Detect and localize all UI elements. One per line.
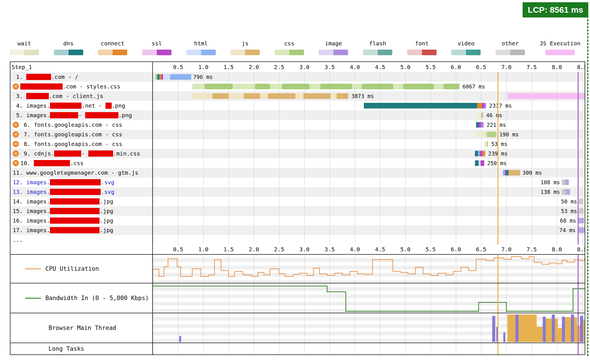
legend-label: other (502, 40, 519, 47)
request-label-text: 3. (13, 93, 26, 99)
redacted-text (50, 189, 101, 195)
request-phase-bar (565, 189, 570, 195)
request-row-5[interactable]: 5. images.- .png46 ms (10, 110, 585, 120)
time-tick: 3.0 (299, 64, 309, 70)
legend-item-flash: flash (363, 40, 392, 55)
request-phase-bar (163, 74, 170, 80)
request-link[interactable]: .svg (101, 188, 114, 195)
bandwidth-label: Bandwidth In (0 - 5,000 Kbps) (45, 295, 149, 301)
legend-label: image (325, 40, 342, 47)
bandwidth-line (153, 283, 585, 313)
legend-color-swatch-icon (496, 50, 525, 55)
request-time-label: 239 ms (488, 150, 508, 157)
request-label-text: 9. cdnjs. (20, 150, 54, 157)
request-row-17[interactable]: 17. images..jpg74 ms (10, 225, 585, 235)
request-time-label: 300 ms (523, 170, 542, 176)
request-label-text: .net - (82, 102, 105, 109)
legend-color-swatch-icon (54, 50, 83, 55)
render-blocking-icon: ✕ (13, 150, 19, 157)
request-phase-bar (503, 170, 505, 176)
request-phase-bar (479, 122, 481, 128)
bandwidth-chart (153, 283, 585, 313)
request-phase-bar (485, 132, 487, 137)
request-phase-bar (229, 93, 244, 99)
time-tick: 4.0 (350, 64, 360, 70)
time-tick: 5.5 (426, 246, 436, 253)
redacted-text (85, 112, 118, 118)
legend-item-js-execution: JS Execution (540, 40, 581, 55)
time-tick: 1.5 (224, 64, 234, 70)
legend-color-swatch-icon (98, 50, 127, 55)
thread-activity-segment (537, 327, 543, 342)
request-phase-bar (476, 122, 479, 128)
request-label: 5. images.- .png (10, 110, 153, 120)
request-phase-bar (212, 93, 228, 99)
request-row-10[interactable]: ✕10. .css250 ms (10, 158, 585, 168)
legend-color-swatch-icon (230, 50, 260, 55)
request-row-4[interactable]: 4. images..net - .png2337 ms (10, 101, 585, 110)
time-tick: 7.0 (501, 246, 511, 253)
waterfall-footer-row: 0.51.01.52.02.53.03.54.04.55.05.56.06.57… (10, 245, 585, 254)
request-row-11[interactable]: 11. www.googletagmanager.com - gtm.js300… (10, 168, 585, 177)
thread-activity-segment (492, 316, 495, 342)
request-label-text: 14. images. (13, 198, 50, 205)
request-row-16[interactable]: 16. images..jpg68 ms (10, 216, 585, 225)
legend-label: JS Execution (540, 40, 581, 47)
legend-label: font (415, 40, 429, 47)
redacted-text (50, 103, 82, 109)
cpu-utilization-chart (153, 255, 585, 283)
request-label-text: .min.css (113, 150, 140, 157)
request-phase-bar (508, 170, 520, 176)
request-row-8[interactable]: ✕ 8. fonts.googleapis.com - css53 ms (10, 139, 585, 149)
request-link[interactable]: .svg (101, 179, 114, 186)
request-timeline-cell: 6067 ms (153, 82, 585, 91)
time-tick: 2.5 (274, 246, 284, 253)
request-row-15[interactable]: 15. images..jpg53 ms (10, 206, 585, 216)
request-row-12[interactable]: 12. images..svg108 ms (10, 177, 585, 187)
render-blocking-icon: ✕ (13, 122, 19, 128)
request-time-label: 108 ms (541, 179, 560, 185)
request-row-1[interactable]: 1. .com - /796 ms (10, 72, 585, 82)
request-row-3[interactable]: 3. .com - client.js3873 ms (10, 91, 585, 101)
time-tick: 1.0 (198, 64, 208, 70)
request-phase-bar (482, 103, 484, 108)
request-link[interactable]: 13. images. (13, 188, 50, 195)
request-row-9[interactable]: ✕ 9. cdnjs.- .min.css239 ms (10, 149, 585, 158)
request-row-7[interactable]: ✕ 7. fonts.googleapis.com - css190 ms (10, 130, 585, 139)
legend-item-other: other (496, 40, 525, 55)
redacted-text (50, 208, 100, 214)
request-row-more[interactable]: ... (10, 235, 585, 245)
marker-line-orange (497, 283, 498, 313)
thread-activity-segment (507, 314, 537, 342)
time-tick: 2.0 (249, 246, 259, 253)
request-timeline-cell: 250 ms (153, 158, 585, 168)
render-blocking-icon: ✕ (13, 131, 19, 137)
request-time-label: 50 ms (561, 198, 577, 205)
legend-color-swatch-icon (363, 50, 392, 55)
request-label: 13. images..svg (10, 187, 153, 197)
request-time-label: 53 ms (491, 141, 507, 147)
request-label: 16. images..jpg (10, 216, 153, 225)
request-label-text: .jpg (100, 227, 113, 234)
request-time-label: 46 ms (486, 112, 502, 118)
request-row-6[interactable]: ✕ 6. fonts.googleapis.com - css221 ms (10, 120, 585, 130)
request-link[interactable]: 12. images. (13, 179, 50, 186)
request-row-13[interactable]: 13. images..svg138 ms (10, 187, 585, 197)
request-row-14[interactable]: 14. images..jpg50 ms (10, 197, 585, 206)
thread-activity-segment (580, 316, 583, 342)
request-phase-bar (295, 93, 303, 99)
request-phase-bar (157, 74, 159, 80)
time-tick: 2.5 (274, 64, 284, 70)
main-thread-activity (153, 313, 585, 343)
legend-item-font: font (407, 40, 437, 55)
render-blocking-icon: ✕ (13, 160, 19, 166)
bandwidth-label-cell: Bandwidth In (0 - 5,000 Kbps) (10, 283, 153, 313)
request-time-label: 6067 ms (463, 83, 485, 90)
request-label: 11. www.googletagmanager.com - gtm.js (10, 168, 153, 177)
request-timeline-cell: 53 ms (153, 139, 585, 149)
redacted-text (50, 227, 100, 233)
request-label-text: .png (118, 112, 132, 119)
request-row-2[interactable]: ✕.com - styles.css6067 ms (10, 82, 585, 91)
request-label-text: - (81, 150, 88, 157)
legend-label: wait (17, 40, 31, 47)
